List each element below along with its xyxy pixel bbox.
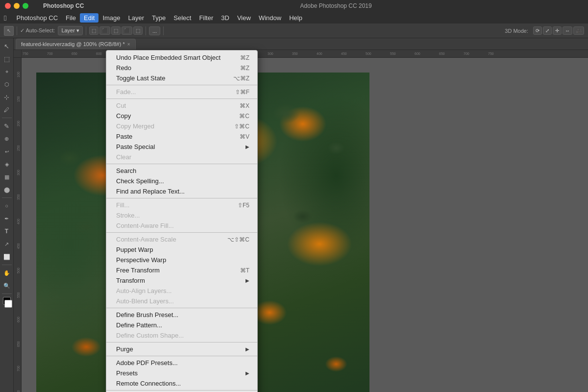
3d-btn-1[interactable]: ⟳ xyxy=(533,26,542,35)
menu-type[interactable]: Type xyxy=(148,13,170,23)
menu-redo[interactable]: Redo ⌘Z xyxy=(106,63,257,73)
menu-toggle-last-state[interactable]: Toggle Last State ⌥⌘Z xyxy=(106,73,257,83)
tool-blur[interactable]: ⬤ xyxy=(1,184,13,196)
svg-text:150: 150 xyxy=(17,96,20,102)
tool-eyedropper[interactable]: 🖊 xyxy=(1,104,13,116)
document-tab[interactable]: featured-kleurverzadig @ 100% (RGB/8#) *… xyxy=(16,39,136,49)
tool-shape[interactable]: ⬜ xyxy=(1,251,13,263)
window-title: Adobe Photoshop CC 2019 xyxy=(84,2,588,9)
tool-text[interactable]: T xyxy=(1,225,13,237)
menu-copy-merged[interactable]: Copy Merged ⇧⌘C xyxy=(106,121,257,131)
tool-hand[interactable]: ✋ xyxy=(1,267,13,279)
menu-check-spelling[interactable]: Check Spelling... xyxy=(106,176,257,186)
menu-define-shape[interactable]: Define Custom Shape... xyxy=(106,330,257,341)
align-btn-5[interactable]: ⬚ xyxy=(133,26,143,35)
svg-text:100: 100 xyxy=(17,72,20,77)
apple-icon:  xyxy=(4,14,6,22)
menu-image[interactable]: Image xyxy=(98,13,124,23)
menu-define-brush[interactable]: Define Brush Preset... xyxy=(106,310,257,320)
menu-filter[interactable]: Filter xyxy=(195,13,217,23)
move-tool-icon[interactable]: ↖ xyxy=(4,26,14,36)
menu-content-aware-fill[interactable]: Content-Aware Fill... xyxy=(106,220,257,231)
menu-auto-align[interactable]: Auto-Align Layers... xyxy=(106,286,257,296)
menu-remote-connections[interactable]: Remote Connections... xyxy=(106,378,257,389)
background-color[interactable] xyxy=(4,300,12,308)
dd-sep-1 xyxy=(106,85,257,85)
menu-content-aware-scale[interactable]: Content-Aware Scale ⌥⇧⌘C xyxy=(106,234,257,245)
align-btn-1[interactable]: ⬚ xyxy=(89,26,98,35)
menu-fill-shortcut: ⇧F5 xyxy=(238,202,249,209)
minimize-button[interactable] xyxy=(14,3,20,9)
menu-transform[interactable]: Transform ▶ xyxy=(106,275,257,286)
menu-select[interactable]: Select xyxy=(170,13,195,23)
menu-fade-label: Fade... xyxy=(116,88,136,96)
3d-btn-2[interactable]: ⤢ xyxy=(543,26,552,35)
menu-define-brush-label: Define Brush Preset... xyxy=(116,311,178,318)
menu-perspective-warp[interactable]: Perspective Warp xyxy=(106,255,257,265)
tool-gradient[interactable]: ▦ xyxy=(1,171,13,183)
menu-presets[interactable]: Presets ▶ xyxy=(106,368,257,378)
svg-text:750: 750 xyxy=(23,52,28,55)
tool-marquee[interactable]: ⬚ xyxy=(1,53,13,65)
menu-cut[interactable]: Cut ⌘X xyxy=(106,100,257,111)
tool-crop[interactable]: ⊹ xyxy=(1,91,13,103)
more-options[interactable]: ... xyxy=(149,26,160,35)
svg-text:700: 700 xyxy=(17,366,20,371)
menu-clear[interactable]: Clear xyxy=(106,152,257,162)
menu-free-transform[interactable]: Free Transform ⌘T xyxy=(106,265,257,275)
tool-history-brush[interactable]: ↩ xyxy=(1,146,13,157)
menu-3d[interactable]: 3D xyxy=(217,13,233,23)
menu-view[interactable]: View xyxy=(233,13,255,23)
align-btn-2[interactable]: ⬛ xyxy=(99,26,110,35)
menu-edit[interactable]: Edit xyxy=(80,13,98,23)
menu-purge[interactable]: Purge ▶ xyxy=(106,344,257,354)
menu-copy-shortcut: ⌘C xyxy=(239,113,249,120)
align-btn-3[interactable]: ⬚ xyxy=(111,26,121,35)
3d-btn-3[interactable]: ✛ xyxy=(553,26,562,35)
tool-pen[interactable]: ✒ xyxy=(1,213,13,224)
autoselect-dropdown[interactable]: Layer ▾ xyxy=(58,26,83,35)
menu-pdf-presets[interactable]: Adobe PDF Presets... xyxy=(106,358,257,368)
menu-paste-special[interactable]: Paste Special ▶ xyxy=(106,142,257,152)
menu-find-replace[interactable]: Find and Replace Text... xyxy=(106,186,257,196)
menu-stroke[interactable]: Stroke... xyxy=(106,210,257,220)
3d-btn-4[interactable]: ↔ xyxy=(563,26,572,35)
tool-dodge[interactable]: ○ xyxy=(1,200,13,212)
menu-photoshop[interactable]: Photoshop CC xyxy=(12,13,62,23)
menu-paste[interactable]: Paste ⌘V xyxy=(106,131,257,142)
menu-puppet-warp[interactable]: Puppet Warp xyxy=(106,245,257,255)
menu-auto-blend[interactable]: Auto-Blend Layers... xyxy=(106,296,257,306)
menu-window[interactable]: Window xyxy=(255,13,285,23)
menu-help[interactable]: Help xyxy=(285,13,306,23)
menu-layer[interactable]: Layer xyxy=(124,13,148,23)
close-button[interactable] xyxy=(5,3,11,9)
dd-sep-9 xyxy=(106,390,257,391)
menu-copy[interactable]: Copy ⌘C xyxy=(106,111,257,121)
tool-path[interactable]: ↗ xyxy=(1,238,13,250)
tool-separator-3 xyxy=(2,265,12,265)
menu-file[interactable]: File xyxy=(62,13,80,23)
tool-move[interactable]: ↖ xyxy=(1,40,13,52)
menu-undo[interactable]: Undo Place Embedded Smart Object ⌘Z xyxy=(106,52,257,63)
svg-text:300: 300 xyxy=(17,170,20,175)
tool-clone[interactable]: ⊕ xyxy=(1,133,13,145)
menu-fill[interactable]: Fill... ⇧F5 xyxy=(106,200,257,210)
menu-redo-label: Redo xyxy=(116,64,131,72)
menu-undo-shortcut: ⌘Z xyxy=(240,54,249,61)
ruler-v-svg: 100 150 200 250 300 350 400 450 500 550 … xyxy=(14,58,22,392)
align-btn-4[interactable]: ⬛ xyxy=(122,26,132,35)
app-logo: Photoshop CC xyxy=(43,2,84,9)
menu-search[interactable]: Search xyxy=(106,166,257,176)
tool-zoom[interactable]: 🔍 xyxy=(1,280,13,292)
3d-btn-5[interactable]: 🎥 xyxy=(573,26,584,35)
tab-close[interactable]: × xyxy=(127,42,130,47)
tool-quick-select[interactable]: ⬡ xyxy=(1,78,13,90)
tool-eraser[interactable]: ◈ xyxy=(1,158,13,170)
svg-text:400: 400 xyxy=(17,219,20,224)
svg-text:350: 350 xyxy=(292,52,298,55)
tool-lasso[interactable]: ⌖ xyxy=(1,66,13,77)
menu-define-pattern[interactable]: Define Pattern... xyxy=(106,320,257,330)
maximize-button[interactable] xyxy=(23,3,28,9)
menu-fade[interactable]: Fade... ⇧⌘F xyxy=(106,87,257,97)
tool-brush[interactable]: ✎ xyxy=(1,120,13,132)
